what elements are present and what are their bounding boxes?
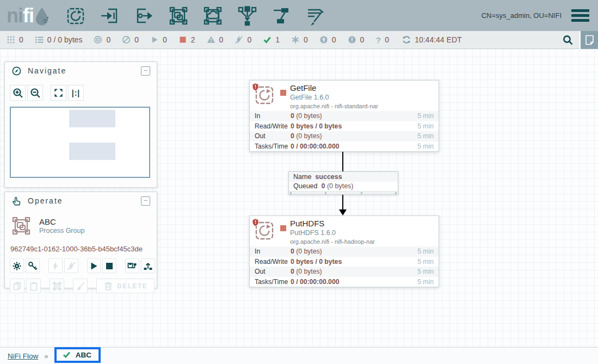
copy-button[interactable] [10, 279, 24, 293]
transmitting-status: 0 [94, 35, 110, 44]
navigate-panel: Navigate − |:| [4, 61, 157, 188]
locally-modified-count: 0 [304, 35, 308, 44]
operate-collapse-button[interactable]: − [141, 196, 150, 206]
paste-button[interactable] [26, 279, 41, 293]
gear-icon [12, 261, 22, 271]
operate-buttons-row-1 [5, 253, 157, 273]
zoom-actual-size-button[interactable]: |:| [68, 85, 84, 101]
upload-template-button[interactable] [141, 258, 155, 273]
component-toolbar [65, 5, 326, 27]
minimap-component [69, 143, 115, 160]
compass-icon [11, 66, 22, 76]
connection-label-scrollbar[interactable] [289, 191, 398, 194]
current-user: CN=sys_admin, OU=NIFI [482, 11, 562, 20]
search-button[interactable] [556, 31, 579, 49]
process-group-draggable[interactable] [168, 5, 189, 27]
save-template-button[interactable] [125, 258, 139, 273]
stop-button[interactable] [102, 258, 116, 273]
exclamation-circle-icon [348, 35, 356, 44]
zoom-fit-button[interactable] [51, 85, 66, 101]
processor-type-version: PutHDFS 1.6.0 [290, 229, 375, 237]
fit-screen-icon [53, 88, 64, 98]
stale-status: 0 [319, 35, 336, 44]
key-icon [28, 261, 38, 271]
actual-size-icon: |:| [72, 89, 81, 97]
threads-grid-icon [7, 35, 15, 44]
transmitting-icon [94, 35, 102, 44]
delete-button-label: DELETE [117, 282, 147, 290]
disabled-bolt-slash-icon [235, 35, 243, 44]
zoom-out-button[interactable] [27, 85, 43, 101]
label-draggable[interactable] [305, 5, 326, 27]
locally-modified-asterisk-icon [291, 35, 300, 44]
connection-label[interactable]: Name success Queued 0 (0 bytes) [288, 171, 398, 195]
template-icon [270, 5, 292, 27]
color-button[interactable] [73, 279, 88, 293]
bulletin-board-button[interactable] [579, 31, 598, 49]
operate-selection: ABC Process Group [5, 209, 157, 239]
operate-panel: Operate − ABC Process Group [4, 192, 157, 288]
stat-row-tasks: Tasks/Time 0 / 00:00:00.000 5 min [250, 141, 439, 152]
breadcrumb-current-highlighted[interactable]: ABC [54, 347, 101, 363]
flow-canvas[interactable]: Name success Queued 0 (0 bytes) [0, 49, 598, 364]
lightning-icon [51, 261, 60, 271]
processor-getfile[interactable]: GetFile GetFile 1.6.0 org.apache.nifi - … [249, 80, 439, 152]
running-status: 0 [150, 35, 167, 44]
disabled-status: 0 [235, 35, 251, 44]
invalid-status: 0 [207, 35, 224, 44]
transmitting-count: 0 [106, 35, 110, 44]
logo-text-ni: ni [7, 5, 23, 27]
group-button[interactable] [50, 279, 64, 293]
invalid-warning-icon [207, 35, 215, 44]
stopped-count: 2 [191, 35, 195, 44]
processor-bundle: org.apache.nifi - nifi-hadoop-nar [290, 238, 375, 245]
processor-icon [65, 5, 87, 27]
queued-status: 0 / 0 bytes [35, 35, 83, 44]
breadcrumb-root-link[interactable]: NiFi Flow [8, 352, 38, 360]
upload-template-icon [143, 261, 153, 271]
running-count: 0 [163, 35, 167, 44]
hamburger-icon [571, 9, 589, 12]
stat-row-out: Out 0 (0 bytes) 5 min [250, 267, 439, 277]
output-port-icon [133, 5, 155, 27]
lightning-slash-icon [66, 261, 76, 271]
remote-process-group-draggable[interactable] [202, 5, 224, 27]
stopped-state-icon [280, 90, 286, 96]
output-port-draggable[interactable] [133, 5, 155, 27]
stat-row-readwrite: Read/Write 0 bytes / 0 bytes 5 min [250, 257, 439, 267]
disable-button[interactable] [64, 258, 78, 273]
input-port-draggable[interactable] [99, 5, 121, 27]
access-policies-button[interactable] [26, 258, 40, 273]
navigate-collapse-button[interactable]: − [141, 66, 150, 76]
processor-draggable[interactable] [65, 5, 87, 27]
stopped-icon [178, 35, 187, 44]
configure-button[interactable] [10, 258, 24, 273]
up-to-date-count: 1 [275, 35, 280, 44]
stat-row-readwrite: Read/Write 0 bytes / 0 bytes 5 min [250, 121, 439, 132]
notes-page-icon [585, 35, 594, 45]
sync-failure-count: 0 [385, 35, 389, 44]
zoom-in-icon [13, 88, 23, 98]
template-draggable[interactable] [270, 5, 292, 27]
delete-button[interactable]: DELETE [96, 279, 155, 293]
not-transmitting-count: 0 [134, 35, 139, 44]
funnel-icon [236, 5, 258, 27]
running-icon [150, 35, 159, 44]
process-group-icon [10, 215, 32, 239]
connection-queued-row: Queued 0 (0 bytes) [289, 182, 398, 192]
birdseye-minimap[interactable] [10, 107, 150, 178]
funnel-draggable[interactable] [236, 5, 258, 27]
global-menu-button[interactable] [570, 8, 590, 23]
locally-modified-stale-count: 0 [360, 35, 365, 44]
zoom-in-button[interactable] [10, 85, 26, 101]
refresh-status[interactable]: 10:44:44 EDT [402, 35, 461, 44]
connection-name-label: Name [293, 173, 311, 181]
enable-button[interactable] [48, 258, 63, 273]
question-mark-icon: ? [375, 35, 381, 45]
processor-name: GetFile [290, 83, 378, 92]
processor-bundle: org.apache.nifi - nifi-standard-nar [290, 103, 378, 109]
processor-puthdfs[interactable]: PutHDFS PutHDFS 1.6.0 org.apache.nifi - … [249, 215, 439, 287]
selection-name: ABC [39, 215, 84, 226]
status-bar: 0 0 / 0 bytes 0 0 0 2 [0, 31, 598, 49]
start-button[interactable] [87, 258, 101, 273]
